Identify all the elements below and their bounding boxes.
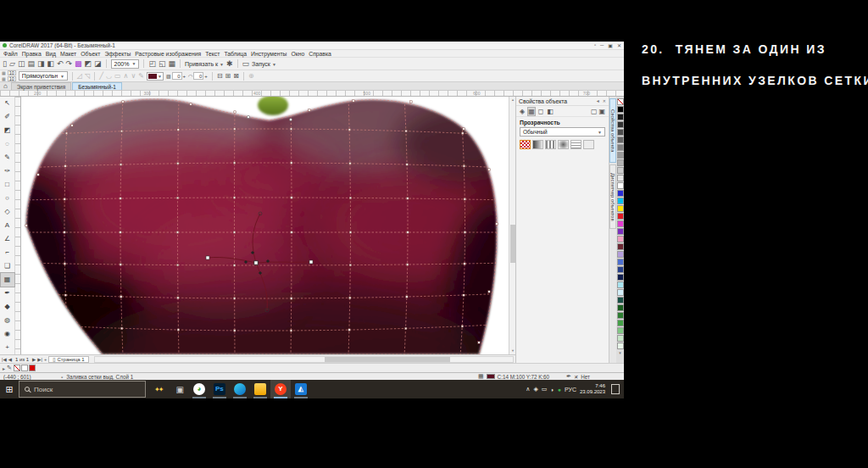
color-swatch[interactable]	[617, 190, 624, 197]
launch-dropdown[interactable]: Запуск ▼	[252, 61, 276, 67]
color-swatch[interactable]	[617, 343, 624, 349]
corner-radius-icon[interactable]: ▢	[591, 108, 598, 115]
last-page-button[interactable]: ▶|	[37, 357, 42, 362]
transparency-mode-dropdown[interactable]: Обычный ▼	[520, 127, 605, 136]
document-color-swatch[interactable]	[21, 365, 28, 371]
polygon-tool[interactable]: ◇	[1, 205, 14, 219]
propbar-icon[interactable]: ∧	[124, 72, 129, 80]
pick-tool[interactable]: ↖	[1, 97, 14, 110]
menu-item-Правка[interactable]: Правка	[22, 51, 42, 57]
color-swatch[interactable]	[617, 320, 624, 326]
import-icon[interactable]: ◩	[85, 60, 92, 68]
action-center-icon[interactable]	[611, 384, 620, 394]
propbar-icon[interactable]: ◡	[106, 72, 112, 80]
propbar-icon[interactable]: ⊠	[233, 72, 239, 80]
palette-scroll-icon[interactable]: ▸	[3, 365, 5, 371]
ellipse-tool[interactable]: ○	[1, 192, 14, 205]
mesh-cols-spinner[interactable]: ▦10	[2, 76, 16, 81]
no-color-swatch[interactable]	[617, 98, 624, 105]
color-swatch[interactable]	[617, 259, 624, 265]
paste-icon[interactable]: ◧	[47, 60, 54, 68]
export-icon[interactable]: ◪	[94, 60, 102, 68]
save-icon[interactable]: ◫	[18, 60, 25, 68]
menu-item-Окно[interactable]: Окно	[291, 51, 304, 57]
redo-icon[interactable]: ↷	[65, 60, 72, 68]
vertical-scrollbar[interactable]: ▲ ▼	[509, 97, 515, 354]
fill-tool[interactable]: ◍	[1, 314, 14, 327]
app-explorer[interactable]	[250, 380, 270, 398]
document-color-swatch[interactable]	[14, 365, 20, 371]
dimension-tool[interactable]: ∠	[1, 232, 14, 246]
color-swatch[interactable]	[617, 198, 624, 204]
preset-dropdown[interactable]: Прямоугольн... ▼	[19, 71, 68, 81]
color-swatch[interactable]	[617, 236, 624, 242]
menu-item-Вид[interactable]: Вид	[46, 51, 56, 57]
rectangle-tool[interactable]: □	[1, 178, 14, 192]
color-swatch[interactable]	[617, 220, 624, 227]
corner-radius-icon[interactable]: ▣	[598, 108, 605, 115]
fill-section-icon[interactable]: ◈	[520, 108, 525, 115]
home-icon[interactable]: ⌂	[3, 82, 8, 90]
menu-item-Макет[interactable]: Макет	[60, 51, 76, 57]
page-tab[interactable]: ▯ Страница 1	[48, 356, 89, 363]
zoom-tool[interactable]: ◌	[1, 137, 14, 151]
fullscreen-preview-icon[interactable]: ◰	[148, 60, 156, 68]
welcome-screen-icon[interactable]: ▩	[75, 60, 82, 68]
interactive-fill-tool[interactable]: ◉	[1, 327, 14, 341]
propbar-icon[interactable]: ⊞	[225, 72, 231, 80]
docker-pin-icon[interactable]: ◄	[596, 98, 600, 103]
uniform-transparency-icon[interactable]	[520, 140, 531, 149]
color-swatch[interactable]	[617, 335, 624, 342]
color-swatch[interactable]	[617, 243, 624, 250]
color-swatch[interactable]	[617, 182, 624, 189]
color-swatch[interactable]	[617, 304, 624, 311]
color-swatch[interactable]	[617, 152, 624, 159]
propbar-icon[interactable]: ⊟	[217, 72, 223, 80]
propbar-icon[interactable]: ✎	[138, 72, 144, 80]
window-control-icon[interactable]: ▫	[594, 42, 596, 48]
effects-section-icon[interactable]: ◧	[547, 108, 554, 115]
transparency-section-icon[interactable]: ▦	[528, 108, 535, 115]
new-document-icon[interactable]: ▯	[3, 60, 7, 68]
menu-item-Текст[interactable]: Текст	[205, 51, 220, 57]
menu-item-Объект[interactable]: Объект	[81, 51, 100, 57]
taskbar-clock[interactable]: 7:46 23.09.2023	[580, 383, 605, 395]
show-grid-icon[interactable]: ▦	[168, 60, 175, 68]
color-swatch[interactable]	[617, 121, 624, 128]
menu-item-Файл[interactable]: Файл	[3, 51, 18, 57]
color-swatch[interactable]	[617, 106, 624, 113]
next-page-button[interactable]: ▶	[32, 357, 36, 362]
app-photoshop[interactable]: Ps	[209, 380, 230, 398]
document-tab[interactable]: Безымянный-1	[72, 82, 122, 90]
docker-tab-active[interactable]: Свойства объекта	[609, 98, 616, 163]
defender-icon[interactable]: ◈	[533, 386, 537, 393]
task-view-icon[interactable]: ▣	[175, 385, 183, 394]
copy-icon[interactable]: ◨	[37, 60, 45, 68]
color-swatch[interactable]	[617, 136, 624, 143]
first-page-button[interactable]: |◀	[2, 357, 7, 362]
window-control-icon[interactable]: ▣	[608, 42, 613, 48]
drop-shadow-tool[interactable]: ❏	[1, 259, 14, 273]
undo-icon[interactable]: ↶	[57, 60, 64, 68]
docker-close-icon[interactable]: ✕	[603, 98, 606, 103]
volume-icon[interactable]: ◗	[550, 387, 554, 393]
menu-item-Растровые изображения[interactable]: Растровые изображения	[135, 51, 201, 57]
horizontal-scroll-thumb[interactable]	[325, 357, 450, 362]
docker-tab-inactive[interactable]: Диспетчер объектов	[609, 164, 616, 229]
color-swatch[interactable]	[617, 114, 624, 120]
document-color-swatch[interactable]	[29, 365, 36, 371]
widgets-icon[interactable]: ✦✦	[154, 386, 162, 393]
texture-transparency-icon[interactable]	[570, 140, 581, 149]
language-indicator[interactable]: РУС	[565, 387, 576, 393]
color-swatch[interactable]	[617, 213, 624, 220]
snap-to-dropdown[interactable]: Привязать к ▼	[185, 61, 224, 67]
crop-tool[interactable]: ◩	[1, 124, 14, 137]
transparency-stepper[interactable]: ▨0+	[166, 72, 186, 80]
color-swatch[interactable]	[617, 205, 624, 212]
fountain-transparency-icon[interactable]	[532, 140, 543, 149]
color-swatch[interactable]	[617, 274, 624, 281]
launch-icon[interactable]: ▭	[242, 60, 250, 68]
app-edge[interactable]	[230, 380, 250, 398]
print-icon[interactable]: ▤	[27, 60, 35, 68]
menu-item-Справка[interactable]: Справка	[309, 51, 331, 57]
